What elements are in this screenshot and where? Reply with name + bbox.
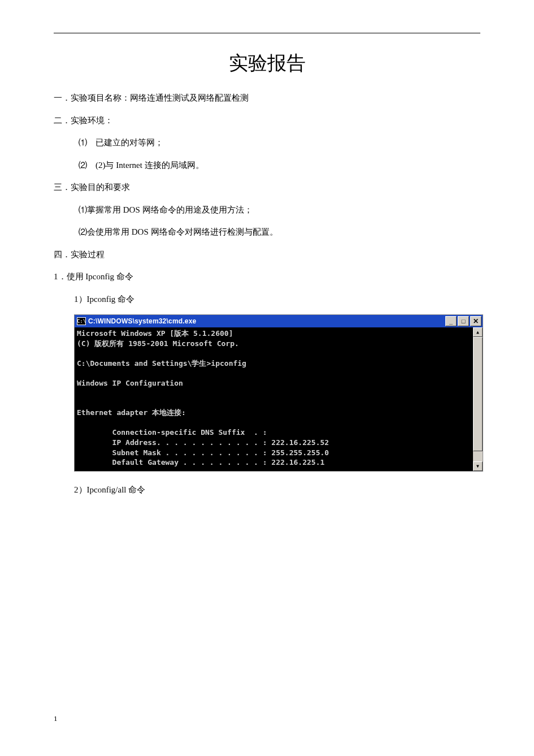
cmd-titlebar[interactable]: C:\ C:\WINDOWS\system32\cmd.exe _ □ ✕ — [75, 315, 483, 327]
cmd-app-icon: C:\ — [77, 317, 86, 325]
section-2-heading: 二．实验环境： — [54, 114, 480, 128]
arrow-up-icon: ▲ — [476, 330, 479, 335]
step-1-1-label: 1）Ipconfig 命令 — [54, 292, 480, 307]
goal-item-1: ⑴掌握常用 DOS 网络命令的用途及使用方法； — [54, 203, 480, 218]
cmd-window: C:\ C:\WINDOWS\system32\cmd.exe _ □ ✕ Mi… — [74, 314, 483, 472]
scroll-down-button[interactable]: ▼ — [473, 461, 483, 471]
section-1-heading: 一．实验项目名称：网络连通性测试及网络配置检测 — [54, 91, 480, 106]
environment-item-1: ⑴ 已建立的对等网； — [54, 136, 480, 150]
cmd-output[interactable]: Microsoft Windows XP [版本 5.1.2600] (C) 版… — [75, 327, 473, 471]
minimize-button[interactable]: _ — [445, 316, 457, 326]
arrow-down-icon: ▼ — [476, 464, 479, 469]
scroll-up-button[interactable]: ▲ — [473, 327, 483, 337]
section-3-heading: 三．实验目的和要求 — [54, 180, 480, 195]
maximize-icon: □ — [462, 318, 466, 325]
minimize-icon: _ — [449, 318, 453, 325]
scrollbar-thumb[interactable] — [473, 337, 483, 451]
page-number: 1 — [54, 714, 58, 723]
scrollbar-track[interactable] — [473, 337, 483, 461]
cmd-scrollbar[interactable]: ▲ ▼ — [473, 327, 483, 471]
close-icon: ✕ — [473, 318, 479, 325]
step-1-2-label: 2）Ipconfig/all 命令 — [54, 483, 480, 498]
step-1-heading: 1．使用 Ipconfig 命令 — [54, 270, 480, 284]
top-horizontal-rule — [54, 33, 480, 33]
maximize-button[interactable]: □ — [458, 316, 469, 326]
document-title: 实验报告 — [54, 50, 480, 76]
close-button[interactable]: ✕ — [470, 316, 481, 326]
document-page: 实验报告 一．实验项目名称：网络连通性测试及网络配置检测 二．实验环境： ⑴ 已… — [0, 0, 534, 756]
cmd-title-text: C:\WINDOWS\system32\cmd.exe — [88, 317, 445, 325]
section-4-heading: 四．实验过程 — [54, 248, 480, 262]
cmd-app-icon-text: C:\ — [77, 318, 86, 324]
goal-item-2: ⑵会使用常用 DOS 网络命令对网络进行检测与配置。 — [54, 225, 480, 240]
cmd-window-controls: _ □ ✕ — [445, 316, 481, 326]
environment-item-2: ⑵ (2)与 Internet 连接的局域网。 — [54, 158, 480, 173]
